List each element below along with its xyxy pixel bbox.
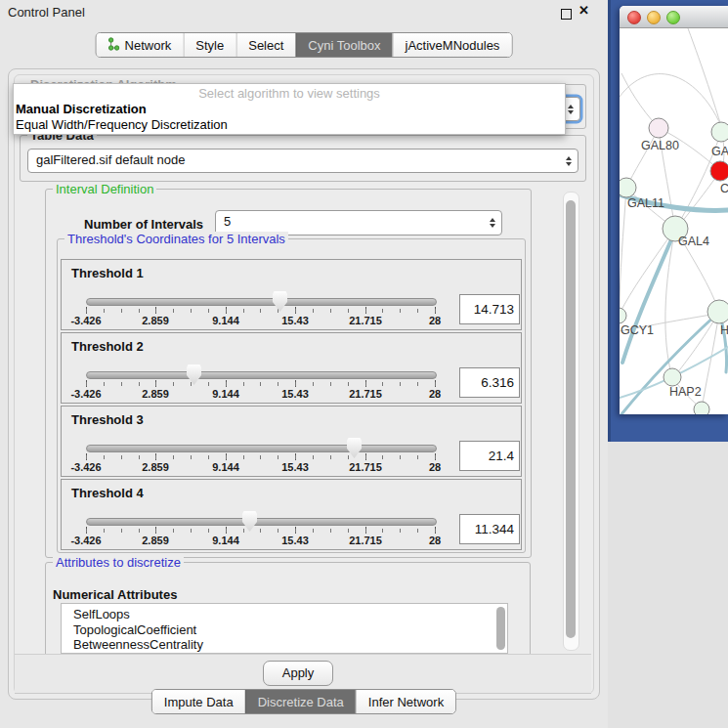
threshold-2-panel: Threshold 2 -3.426 2.859 9.144 15.43 21.…: [61, 332, 522, 404]
node-ga[interactable]: [711, 122, 728, 142]
table-data-combobox[interactable]: galFiltered.sif default node: [27, 149, 578, 173]
tab-style[interactable]: Style: [183, 33, 236, 57]
tick-label: 28: [429, 388, 441, 400]
node-hap2[interactable]: [664, 368, 681, 386]
tab-impute-data[interactable]: Impute Data: [152, 690, 245, 713]
node-label: GA: [711, 145, 728, 158]
tick-label: 9.144: [212, 535, 239, 546]
tick-label: -3.426: [70, 461, 101, 473]
node-bottom[interactable]: [694, 402, 709, 414]
numerical-attributes-label: Numerical Attributes: [53, 587, 177, 602]
tab-cyni-toolbox[interactable]: Cyni Toolbox: [295, 33, 392, 57]
combo-stepper-icon: [490, 218, 495, 228]
node-label: C: [720, 182, 728, 195]
tab-jactivemnodules[interactable]: jActiveMNodules: [393, 33, 512, 57]
threshold-3-value-field[interactable]: 21.4: [459, 441, 520, 471]
tick-label: 2.859: [142, 315, 169, 326]
list-scrollbar-thumb[interactable]: [496, 607, 505, 650]
top-tab-bar: Network Style Select Cyni Toolbox jActiv…: [96, 32, 513, 58]
app-root: Control Panel ✕ Network Style Select: [0, 0, 728, 728]
node-gcy1[interactable]: [620, 308, 626, 323]
tick-label: 28: [429, 535, 441, 546]
node-label: GAL80: [641, 139, 679, 152]
tick-label: 15.43: [281, 535, 309, 546]
tick-label: 2.859: [142, 535, 169, 546]
tick-label: 9.144: [212, 315, 239, 326]
control-panel: Control Panel ✕ Network Style Select: [0, 0, 608, 728]
threshold-4-slider[interactable]: [86, 518, 437, 526]
zoom-traffic-light-icon[interactable]: [666, 11, 680, 24]
list-item[interactable]: TopologicalCoefficient: [62, 622, 507, 638]
tick-label: 21.715: [349, 535, 382, 546]
network-icon: [108, 37, 120, 54]
node-label: GCY1: [621, 323, 654, 337]
tick-label: 15.43: [281, 388, 309, 400]
tick-label: 2.859: [142, 388, 169, 400]
tab-discretize-data[interactable]: Discretize Data: [245, 690, 356, 713]
tick-label: 9.144: [212, 388, 239, 400]
threshold-1-panel: Threshold 1 -3.426 2.859 9.144 15.43 21.…: [61, 259, 522, 330]
threshold-1-label: Threshold 1: [71, 266, 144, 280]
interval-definition-title: Interval Definition: [53, 182, 156, 196]
panel-scrollbar-thumb[interactable]: [566, 200, 576, 638]
threshold-4-value-field[interactable]: 11.344: [459, 514, 520, 544]
node-label: GAL11: [627, 196, 664, 210]
threshold-3-slider[interactable]: [86, 445, 437, 452]
tab-select[interactable]: Select: [236, 33, 295, 57]
attributes-group-title: Attributes to discretize: [53, 555, 184, 570]
node-gal80[interactable]: [649, 118, 668, 138]
close-icon[interactable]: ✕: [578, 3, 589, 18]
close-traffic-light-icon[interactable]: [627, 11, 641, 24]
bottom-tab-bar: Impute Data Discretize Data Infer Networ…: [151, 689, 456, 714]
num-intervals-value: 5: [224, 211, 231, 233]
node-h[interactable]: [707, 300, 728, 323]
algorithm-dropdown-popup: Select algorithm to view settings Manual…: [13, 83, 566, 135]
node-label: GAL4: [678, 235, 709, 248]
combo-stepper-icon: [566, 156, 572, 166]
minimize-traffic-light-icon[interactable]: [647, 11, 661, 24]
node-gal11[interactable]: [620, 178, 636, 197]
tab-network-label: Network: [125, 38, 172, 53]
tick-label: 21.715: [349, 461, 382, 473]
dropdown-option-manual[interactable]: Manual Discretization: [16, 102, 147, 116]
threshold-2-slider[interactable]: [86, 371, 437, 379]
tab-network[interactable]: Network: [97, 33, 184, 57]
tick-label: -3.426: [70, 388, 101, 400]
float-window-icon[interactable]: [561, 9, 572, 20]
list-item[interactable]: BetweennessCentrality: [62, 637, 507, 653]
table-data-value: galFiltered.sif default node: [36, 150, 185, 171]
num-intervals-label: Number of Intervals: [84, 217, 203, 232]
tick-label: -3.426: [70, 315, 101, 326]
apply-button[interactable]: Apply: [263, 661, 333, 686]
tick-label: -3.426: [70, 535, 101, 546]
combo-stepper-icon: [568, 105, 574, 114]
network-graph: GAL80 GA C GAL11 GAL4 GCY1 H HAP2: [620, 28, 728, 414]
panel-scrollbar-track[interactable]: [563, 192, 579, 651]
numerical-attributes-list[interactable]: SelfLoops TopologicalCoefficient Between…: [61, 603, 508, 654]
threshold-2-value-field[interactable]: 6.316: [459, 367, 520, 398]
tick-label: 28: [429, 461, 441, 473]
tick-label: 15.43: [281, 461, 309, 473]
tab-infer-network[interactable]: Infer Network: [356, 690, 455, 713]
network-canvas[interactable]: GAL80 GA C GAL11 GAL4 GCY1 H HAP2: [620, 28, 728, 414]
tick-label: 21.715: [349, 315, 382, 326]
thresholds-group-title: Threshold's Coordinates for 5 Intervals: [64, 232, 288, 246]
node-label: HAP2: [669, 385, 702, 399]
network-view-window: GAL80 GA C GAL11 GAL4 GCY1 H HAP2: [620, 6, 728, 414]
tick-label: 28: [429, 315, 441, 326]
threshold-2-label: Threshold 2: [71, 339, 144, 354]
tick-label: 21.715: [349, 388, 382, 400]
threshold-1-slider[interactable]: [86, 298, 437, 306]
network-window-titlebar[interactable]: [620, 6, 728, 28]
node-highlighted-red[interactable]: [710, 161, 728, 181]
tick-label: 9.144: [212, 461, 239, 473]
threshold-1-value-field[interactable]: 14.713: [459, 294, 520, 324]
threshold-4-panel: Threshold 4 -3.426 2.859 9.144 15.43 21.…: [61, 479, 522, 550]
list-item[interactable]: SelfLoops: [62, 604, 507, 622]
threshold-3-label: Threshold 3: [71, 412, 144, 427]
node-label: H: [720, 323, 728, 337]
dropdown-prompt: Select algorithm to view settings: [14, 86, 565, 101]
dropdown-option-equal-width[interactable]: Equal Width/Frequency Discretization: [16, 117, 228, 132]
panel-title: Control Panel: [8, 5, 85, 20]
tick-label: 15.43: [281, 315, 309, 326]
